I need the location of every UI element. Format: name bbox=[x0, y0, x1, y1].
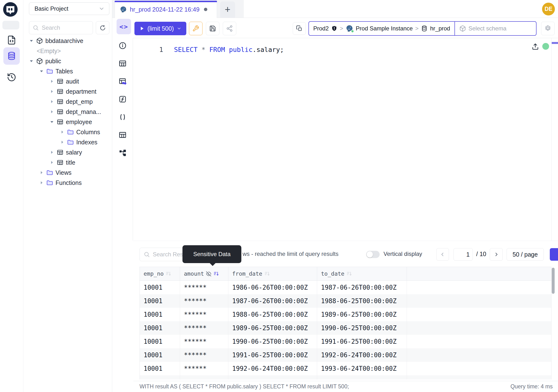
table-cell[interactable]: 10001 bbox=[140, 335, 180, 348]
sort-icon[interactable] bbox=[346, 271, 352, 277]
tree-item-dept-emp[interactable]: dept_emp bbox=[23, 96, 112, 107]
caret-down-icon[interactable] bbox=[28, 38, 34, 44]
sort-icon[interactable] bbox=[264, 271, 270, 277]
table-cell[interactable]: 1989-06-25T00:00:00Z bbox=[317, 308, 407, 321]
run-query-button[interactable]: (limit 500) bbox=[134, 22, 186, 35]
table-cell[interactable]: 1991-06-25T00:00:00Z bbox=[228, 348, 317, 362]
column-header-amount[interactable]: amount bbox=[180, 267, 228, 280]
strip-table-button[interactable] bbox=[116, 56, 130, 70]
eye-off-icon[interactable] bbox=[206, 271, 211, 277]
caret-right-icon[interactable] bbox=[49, 99, 55, 105]
table-cell[interactable]: 10001 bbox=[140, 294, 180, 308]
caret-right-icon[interactable] bbox=[49, 149, 55, 155]
sql-editor[interactable]: 1 SELECT * FROM public.salary; bbox=[133, 38, 558, 241]
vertical-display-toggle[interactable] bbox=[366, 251, 380, 258]
table-cell[interactable]: 1992-06-24T00:00:00Z bbox=[228, 362, 317, 375]
table-cell[interactable]: ****** bbox=[180, 308, 228, 321]
caret-right-icon[interactable] bbox=[49, 109, 55, 115]
table-row[interactable]: 10001******1992-06-24T00:00:00Z1993-06-2… bbox=[140, 362, 551, 375]
strip-function-button[interactable] bbox=[116, 92, 130, 106]
results-scrollbar[interactable] bbox=[552, 268, 555, 294]
table-cell[interactable]: 10001 bbox=[140, 348, 180, 362]
sidebar-search-input[interactable] bbox=[42, 24, 83, 31]
sort-icon[interactable] bbox=[166, 271, 171, 277]
rail-item-databases[interactable] bbox=[3, 47, 20, 65]
table-cell[interactable]: 1994-06-24T00:00:00Z bbox=[317, 375, 407, 379]
caret-down-icon[interactable] bbox=[49, 119, 55, 125]
side-panel-button[interactable] bbox=[550, 248, 558, 261]
table-row[interactable]: 10001******1987-06-26T00:00:00Z1988-06-2… bbox=[140, 294, 551, 308]
table-cell[interactable]: 10001 bbox=[140, 308, 180, 321]
caret-right-icon[interactable] bbox=[39, 170, 44, 175]
tree-item-tables[interactable]: Tables bbox=[23, 66, 112, 76]
select-schema-dropdown[interactable]: Select schema bbox=[454, 22, 515, 35]
strip-diagram-button[interactable] bbox=[116, 146, 130, 160]
prev-page-button[interactable] bbox=[436, 248, 449, 261]
table-cell[interactable]: 1988-06-25T00:00:00Z bbox=[317, 294, 407, 308]
tree-item-indexes[interactable]: Indexes bbox=[23, 137, 112, 147]
page-size-select[interactable]: 50 / page bbox=[506, 248, 544, 261]
table-cell[interactable]: 10001 bbox=[140, 375, 180, 379]
table-cell[interactable]: ****** bbox=[180, 375, 228, 379]
tree-item-columns[interactable]: Columns bbox=[23, 127, 112, 137]
table-cell[interactable]: 1990-06-25T00:00:00Z bbox=[228, 335, 317, 348]
next-page-button[interactable] bbox=[490, 248, 503, 261]
avatar[interactable]: DE bbox=[542, 3, 555, 16]
tree-item-public[interactable]: public bbox=[23, 56, 112, 66]
table-cell[interactable]: 10001 bbox=[140, 362, 180, 375]
table-cell[interactable]: ****** bbox=[180, 321, 228, 335]
table-cell[interactable]: ****** bbox=[180, 335, 228, 348]
caret-right-icon[interactable] bbox=[49, 89, 55, 94]
table-cell[interactable]: ****** bbox=[180, 348, 228, 362]
table-cell[interactable]: 1992-06-24T00:00:00Z bbox=[317, 348, 407, 362]
new-tab-button[interactable]: + bbox=[220, 1, 235, 18]
table-row[interactable]: 10001******1989-06-25T00:00:00Z1990-06-2… bbox=[140, 321, 551, 335]
bytebase-logo[interactable] bbox=[3, 2, 18, 17]
table-row[interactable]: 10001******1990-06-25T00:00:00Z1991-06-2… bbox=[140, 335, 551, 348]
batch-query-button[interactable] bbox=[293, 22, 306, 35]
sort-icon[interactable] bbox=[213, 271, 219, 277]
project-select[interactable]: Basic Project bbox=[29, 2, 109, 15]
table-row[interactable]: 10001******1988-06-25T00:00:00Z1989-06-2… bbox=[140, 308, 551, 321]
table-cell[interactable]: 10001 bbox=[140, 281, 180, 294]
caret-right-icon[interactable] bbox=[39, 180, 44, 186]
table-cell[interactable]: 1989-06-25T00:00:00Z bbox=[228, 321, 317, 335]
caret-down-icon[interactable] bbox=[39, 68, 44, 74]
table-cell[interactable]: 1993-06-24T00:00:00Z bbox=[317, 362, 407, 375]
table-cell[interactable]: 1986-06-26T00:00:00Z bbox=[228, 281, 317, 294]
save-button[interactable] bbox=[206, 22, 219, 35]
tree-item-employee[interactable]: employee bbox=[23, 117, 112, 127]
strip-masked-table-button[interactable] bbox=[116, 74, 130, 88]
table-cell[interactable]: 1988-06-25T00:00:00Z bbox=[228, 308, 317, 321]
breadcrumb-connection[interactable]: Prod2 > Prod Sample Instance > hr_prod bbox=[309, 22, 454, 35]
table-cell[interactable]: 10001 bbox=[140, 321, 180, 335]
strip-info-button[interactable] bbox=[116, 39, 130, 53]
table-cell[interactable]: ****** bbox=[180, 294, 228, 308]
tab-active[interactable]: hr_prod 2024-11-22 16:49 bbox=[115, 1, 217, 18]
table-cell[interactable]: ****** bbox=[180, 281, 228, 294]
table-cell[interactable]: 1990-06-25T00:00:00Z bbox=[317, 321, 407, 335]
column-header-to_date[interactable]: to_date bbox=[317, 267, 407, 280]
upload-icon[interactable] bbox=[531, 43, 540, 51]
tree-item-dept-mana-[interactable]: dept_mana... bbox=[23, 107, 112, 117]
column-header-from_date[interactable]: from_date bbox=[228, 267, 317, 280]
caret-right-icon[interactable] bbox=[59, 139, 65, 145]
table-cell[interactable]: ****** bbox=[180, 362, 228, 375]
refresh-button[interactable] bbox=[96, 21, 109, 34]
rail-item-worksheets[interactable] bbox=[3, 31, 20, 49]
share-button[interactable] bbox=[223, 22, 236, 35]
tree-item--empty-[interactable]: <Empty> bbox=[23, 46, 112, 56]
caret-right-icon[interactable] bbox=[49, 160, 55, 165]
table-cell[interactable]: 1991-06-25T00:00:00Z bbox=[317, 335, 407, 348]
strip-parens-button[interactable] bbox=[116, 110, 130, 124]
rail-item-history[interactable] bbox=[3, 69, 20, 86]
tree-item-audit[interactable]: audit bbox=[23, 76, 112, 87]
tree-item-salary[interactable]: salary bbox=[23, 147, 112, 157]
caret-down-icon[interactable] bbox=[28, 58, 34, 64]
tree-item-department[interactable]: department bbox=[23, 87, 112, 96]
tree-item-functions[interactable]: Functions bbox=[23, 178, 112, 188]
table-row[interactable]: 10001******1991-06-25T00:00:00Z1992-06-2… bbox=[140, 348, 551, 362]
ai-assistant-button[interactable] bbox=[541, 22, 555, 35]
sidebar-search[interactable] bbox=[29, 21, 93, 34]
tree-item-bbdataarchive[interactable]: bbdataarchive bbox=[23, 36, 112, 46]
